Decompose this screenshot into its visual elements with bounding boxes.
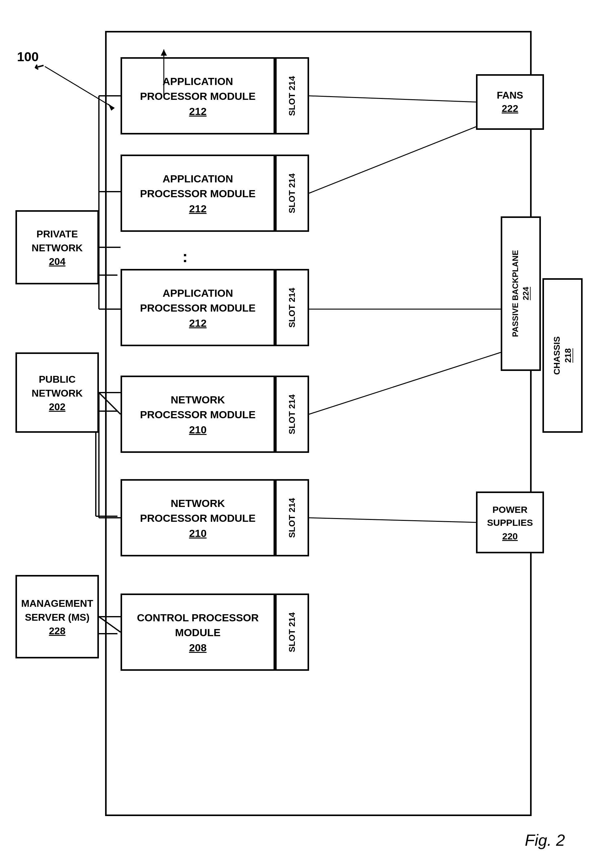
slot-2: SLOT 214 — [275, 155, 309, 232]
ctrl-module-row: CONTROL PROCESSORMODULE 208 SLOT 214 — [120, 594, 309, 671]
power-supplies-number: 220 — [502, 531, 518, 542]
ref-100-label: 100 — [17, 50, 39, 64]
ctrl-module-label: CONTROL PROCESSORMODULE — [137, 611, 259, 640]
public-network-box: PUBLIC NETWORK 202 — [15, 352, 99, 433]
app-module-2-label: APPLICATIONPROCESSOR MODULE — [140, 171, 256, 201]
net-module-2-label: NETWORKPROCESSOR MODULE — [140, 496, 256, 525]
private-network-number: 204 — [49, 256, 65, 268]
net-module-row-1: NETWORKPROCESSOR MODULE 210 SLOT 214 — [120, 376, 309, 453]
app-module-row-3: APPLICATIONPROCESSOR MODULE 212 SLOT 214 — [120, 269, 309, 346]
net-module-1-number: 210 — [189, 424, 207, 436]
power-supplies-label: POWERSUPPLIES — [487, 503, 533, 529]
net-module-1-label: NETWORKPROCESSOR MODULE — [140, 393, 256, 422]
continuation-dots: : — [182, 247, 190, 266]
management-server-label: MANAGEMENTSERVER (MS) — [21, 597, 93, 624]
private-network-box: PRIVATE NETWORK 204 — [15, 210, 99, 284]
chassis-label-box: CHASSIS218 — [542, 278, 582, 433]
network-processor-module-1: NETWORKPROCESSOR MODULE 210 — [120, 376, 275, 453]
fans-box: FANS 222 — [476, 74, 544, 130]
private-network-label: PRIVATE NETWORK — [17, 227, 97, 255]
passive-backplane-text: PASSIVE BACKPLANE224 — [510, 250, 531, 337]
app-processor-module-2: APPLICATIONPROCESSOR MODULE 212 — [120, 155, 275, 232]
power-supplies-box: POWERSUPPLIES 220 — [476, 492, 544, 553]
app-processor-module-1: APPLICATIONPROCESSOR MODULE 212 — [120, 57, 275, 134]
management-server-number: 228 — [49, 625, 65, 637]
ctrl-module-number: 208 — [189, 642, 207, 654]
diagram-container: 100 ↗ 102 APPLICATIONPROCESSOR MODULE 21… — [0, 12, 599, 868]
slot-3: SLOT 214 — [275, 269, 309, 346]
net-module-row-2: NETWORKPROCESSOR MODULE 210 SLOT 214 — [120, 479, 309, 557]
control-processor-module: CONTROL PROCESSORMODULE 208 — [120, 594, 275, 671]
app-module-1-label: APPLICATIONPROCESSOR MODULE — [140, 74, 256, 104]
figure-label: Fig. 2 — [525, 831, 565, 850]
app-module-row-1: APPLICATIONPROCESSOR MODULE 212 SLOT 214 — [120, 57, 309, 134]
fans-label: FANS — [497, 90, 523, 101]
app-module-1-number: 212 — [189, 105, 207, 117]
app-module-3-number: 212 — [189, 317, 207, 329]
slot-6: SLOT 214 — [275, 594, 309, 671]
public-network-label: PUBLIC NETWORK — [17, 373, 97, 400]
app-processor-module-3: APPLICATIONPROCESSOR MODULE 212 — [120, 269, 275, 346]
app-module-row-2: APPLICATIONPROCESSOR MODULE 212 SLOT 214 — [120, 155, 309, 232]
slot-4: SLOT 214 — [275, 376, 309, 453]
chassis-text: CHASSIS218 — [551, 336, 574, 375]
network-processor-module-2: NETWORKPROCESSOR MODULE 210 — [120, 479, 275, 557]
app-module-3-label: APPLICATIONPROCESSOR MODULE — [140, 286, 256, 315]
passive-backplane-box: PASSIVE BACKPLANE224 — [501, 217, 541, 371]
app-module-2-number: 212 — [189, 203, 207, 215]
svg-line-5 — [45, 66, 114, 108]
public-network-number: 202 — [49, 401, 65, 413]
management-server-box: MANAGEMENTSERVER (MS) 228 — [15, 575, 99, 659]
slot-1: SLOT 214 — [275, 57, 309, 134]
slot-5: SLOT 214 — [275, 479, 309, 557]
net-module-2-number: 210 — [189, 527, 207, 539]
fans-number: 222 — [502, 103, 518, 114]
